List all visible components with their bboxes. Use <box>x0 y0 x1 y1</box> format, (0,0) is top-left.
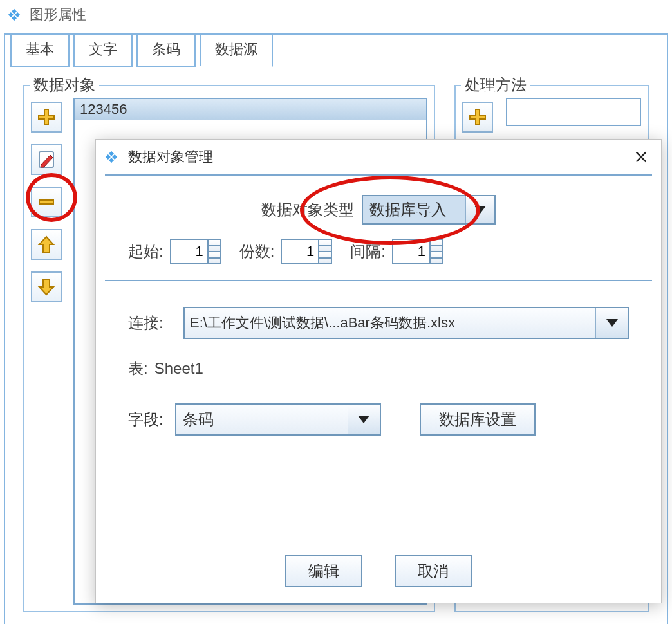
svg-rect-7 <box>112 154 117 160</box>
interval-spinner[interactable] <box>392 239 443 264</box>
svg-rect-9 <box>109 158 114 163</box>
caret-down-icon <box>319 257 331 259</box>
window-title: 图形属性 <box>30 5 86 24</box>
arrow-down-icon <box>37 277 56 297</box>
svg-rect-8 <box>106 154 111 160</box>
db-section: 连接: E:\工作文件\测试数据\...aBar条码数据.xlsx 表: She… <box>105 281 652 436</box>
chevron-down-icon <box>358 416 369 423</box>
caret-up-icon <box>431 245 442 246</box>
copies-up[interactable] <box>319 239 332 251</box>
minus-icon <box>37 192 56 212</box>
interval-down[interactable] <box>431 251 443 264</box>
type-dropdown-button[interactable] <box>466 196 494 223</box>
interval-input[interactable] <box>392 239 431 264</box>
field-dropdown-button[interactable] <box>348 405 380 434</box>
dialog-icon <box>102 148 120 166</box>
proc-add-button[interactable] <box>462 102 493 133</box>
tab-barcode[interactable]: 条码 <box>136 33 196 67</box>
add-button[interactable] <box>31 102 62 133</box>
copies-down[interactable] <box>319 251 332 264</box>
copies-label: 份数: <box>239 241 275 262</box>
caret-down-icon <box>431 257 442 259</box>
move-up-button[interactable] <box>31 229 62 260</box>
field-row: 字段: 条码 数据库设置 <box>128 403 629 436</box>
remove-button[interactable] <box>31 187 62 217</box>
data-object-dialog: 数据对象管理 数据对象类型 数据库导入 起始: <box>95 139 662 603</box>
edit-button[interactable] <box>31 144 62 175</box>
caret-up-icon <box>209 245 220 246</box>
chevron-down-icon <box>606 319 618 327</box>
dialog-footer: 编辑 取消 <box>96 541 661 603</box>
tab-strip: 基本 文字 条码 数据源 <box>4 33 273 67</box>
plus-icon <box>37 107 56 127</box>
svg-rect-1 <box>15 12 20 17</box>
svg-rect-0 <box>12 9 17 14</box>
db-settings-button[interactable]: 数据库设置 <box>420 403 536 436</box>
copies-input[interactable] <box>281 239 319 264</box>
copies-spinner[interactable] <box>281 239 332 264</box>
start-up[interactable] <box>209 239 221 251</box>
type-label: 数据对象类型 <box>261 199 354 220</box>
dialog-titlebar: 数据对象管理 <box>96 140 661 174</box>
field-value: 条码 <box>176 405 348 434</box>
start-input[interactable] <box>170 239 209 264</box>
start-label: 起始: <box>128 241 163 262</box>
sheet-row: 表: Sheet1 <box>128 358 629 379</box>
app-icon <box>5 6 23 24</box>
caret-down-icon <box>209 257 220 259</box>
move-down-button[interactable] <box>31 271 62 302</box>
cancel-button[interactable]: 取消 <box>395 555 472 587</box>
group-proc-legend: 处理方法 <box>461 75 530 95</box>
dialog-close-button[interactable] <box>630 146 652 168</box>
svg-rect-5 <box>39 200 53 204</box>
tab-basic[interactable]: 基本 <box>10 33 70 67</box>
close-icon <box>634 150 648 164</box>
sheet-label: 表: <box>128 358 148 379</box>
pencil-icon <box>37 150 56 169</box>
title-bar: 图形属性 <box>0 0 672 33</box>
tab-datasource[interactable]: 数据源 <box>200 33 273 67</box>
svg-rect-6 <box>109 151 114 156</box>
type-combo[interactable]: 数据库导入 <box>362 195 496 225</box>
dialog-title: 数据对象管理 <box>128 147 213 167</box>
plus-icon <box>468 107 487 127</box>
connect-row: 连接: E:\工作文件\测试数据\...aBar条码数据.xlsx <box>128 307 629 339</box>
svg-rect-2 <box>8 12 14 17</box>
sheet-value: Sheet1 <box>154 360 203 378</box>
processing-list[interactable] <box>506 98 641 126</box>
field-combo[interactable]: 条码 <box>175 403 381 436</box>
type-value: 数据库导入 <box>363 196 466 223</box>
tab-text[interactable]: 文字 <box>73 33 133 67</box>
connect-value: E:\工作文件\测试数据\...aBar条码数据.xlsx <box>185 308 595 338</box>
start-down[interactable] <box>209 251 221 264</box>
type-row: 数据对象类型 数据库导入 <box>105 195 652 225</box>
group-data-legend: 数据对象 <box>30 75 99 95</box>
interval-up[interactable] <box>431 239 443 251</box>
chevron-down-icon <box>474 206 486 214</box>
numeric-row: 起始: 份数: <box>105 239 652 281</box>
edit-action-button[interactable]: 编辑 <box>285 555 362 587</box>
dialog-body: 数据对象类型 数据库导入 起始: 份数: <box>105 174 652 541</box>
connect-dropdown-button[interactable] <box>595 308 628 338</box>
connect-combo[interactable]: E:\工作文件\测试数据\...aBar条码数据.xlsx <box>183 307 629 339</box>
caret-up-icon <box>319 245 331 246</box>
interval-label: 间隔: <box>350 241 386 262</box>
connect-label: 连接: <box>128 313 174 333</box>
arrow-up-icon <box>37 235 56 254</box>
list-item[interactable]: 123456 <box>75 99 426 120</box>
svg-rect-3 <box>12 15 17 21</box>
data-icon-column <box>31 98 67 605</box>
field-label: 字段: <box>128 409 163 430</box>
start-spinner[interactable] <box>170 239 221 264</box>
